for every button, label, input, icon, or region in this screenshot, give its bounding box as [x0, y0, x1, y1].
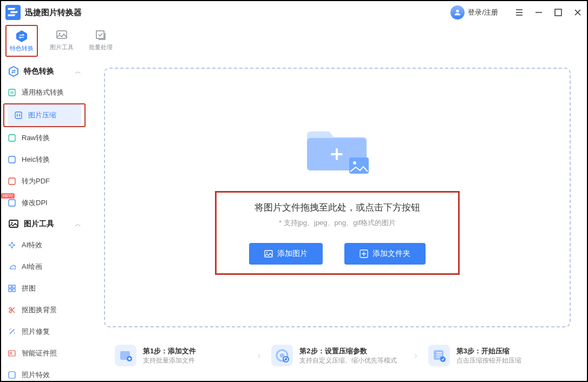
- svg-marker-6: [9, 67, 18, 76]
- avatar-icon: [450, 5, 465, 19]
- section-title: 图片工具: [24, 219, 75, 229]
- svg-rect-10: [9, 156, 15, 163]
- pdf-icon: [8, 177, 16, 186]
- section-featured-convert[interactable]: 特色转换 ︿: [1, 61, 88, 82]
- add-folder-button[interactable]: 添加文件夹: [344, 243, 426, 265]
- btn-label: 添加文件夹: [373, 249, 410, 259]
- sidebar: 特色转换 ︿ 通用格式转换 图片压缩 Raw转换 Heic转换 转为PDF NE…: [1, 57, 88, 382]
- svg-point-19: [9, 307, 11, 309]
- maximize-button[interactable]: [553, 8, 563, 17]
- svg-point-27: [266, 252, 267, 253]
- login-text: 登录/注册: [468, 8, 498, 17]
- step-title: 第3步：开始压缩: [456, 346, 521, 356]
- svg-rect-21: [9, 351, 15, 356]
- svg-rect-15: [9, 285, 11, 288]
- svg-rect-17: [9, 289, 11, 292]
- step-title: 第1步：添加文件: [143, 346, 196, 356]
- svg-point-22: [10, 352, 12, 354]
- titlebar: 迅捷图片转换器 登录/注册: [1, 1, 587, 24]
- raw-icon: [8, 134, 16, 142]
- item-label: AI绘画: [22, 262, 42, 272]
- sidebar-item-image-compress[interactable]: 图片压缩: [8, 104, 81, 126]
- action-box: 将图片文件拖拽至此处，或点击下方按钮 * 支持jpg、jpeg、png、gif格…: [215, 191, 460, 275]
- dpi-icon: [8, 199, 16, 207]
- item-label: AI特效: [22, 240, 42, 250]
- item-label: 智能证件照: [22, 348, 57, 358]
- section-title: 特色转换: [24, 67, 75, 76]
- svg-point-14: [11, 222, 13, 224]
- minimize-button[interactable]: [534, 8, 544, 17]
- svg-rect-26: [265, 251, 272, 257]
- tab-featured-convert[interactable]: 特色转换: [8, 27, 36, 55]
- item-label: 照片特效: [22, 370, 50, 380]
- image-tools-icon: [55, 28, 69, 42]
- add-image-button[interactable]: 添加图片: [249, 243, 323, 265]
- sidebar-item-raw-convert[interactable]: Raw转换: [1, 127, 88, 149]
- image-icon: [264, 249, 273, 258]
- sidebar-item-general-convert[interactable]: 通用格式转换: [1, 82, 88, 103]
- steps-bar: 第1步：添加文件 支持批量添加文件 › 第2步：设置压缩参数 支持自定义压缩、缩…: [104, 338, 571, 373]
- sidebar-item-photo-repair[interactable]: 照片修复: [1, 321, 88, 343]
- svg-marker-2: [16, 30, 27, 42]
- drop-zone[interactable]: 将图片文件拖拽至此处，或点击下方按钮 * 支持jpg、jpeg、png、gif格…: [104, 68, 571, 327]
- sidebar-item-ai-effects[interactable]: AI特效: [1, 234, 88, 256]
- folder-graphic-icon: [299, 121, 375, 180]
- item-label: 图片压缩: [28, 110, 56, 120]
- item-label: 修改DPI: [22, 198, 48, 208]
- svg-rect-7: [9, 89, 15, 96]
- svg-point-25: [353, 161, 356, 164]
- step-sub: 支持批量添加文件: [143, 356, 196, 365]
- sidebar-item-cutout-bg[interactable]: 抠图换背景: [1, 299, 88, 321]
- svg-point-20: [9, 311, 11, 313]
- menu-button[interactable]: [514, 8, 524, 17]
- sparkle-icon: [8, 241, 16, 249]
- step-sub: 点击压缩按钮开始压缩: [456, 356, 521, 365]
- chevron-right-icon: ›: [257, 350, 260, 361]
- sidebar-item-ai-paint[interactable]: AI绘画: [1, 256, 88, 278]
- svg-rect-18: [12, 289, 15, 292]
- chevron-right-icon: ›: [414, 350, 417, 361]
- chevron-up-icon: ︿: [75, 220, 81, 229]
- svg-rect-12: [9, 200, 15, 206]
- sidebar-item-to-pdf[interactable]: 转为PDF: [1, 170, 88, 192]
- sidebar-item-id-photo[interactable]: 智能证件照: [1, 343, 88, 364]
- svg-point-34: [285, 358, 287, 360]
- svg-rect-23: [9, 372, 15, 378]
- svg-rect-5: [96, 31, 104, 38]
- top-tabs: 特色转换 图片工具 批量处理: [1, 24, 587, 57]
- svg-rect-24: [349, 157, 369, 174]
- effects-icon: [8, 371, 16, 379]
- app-logo-icon: [5, 5, 21, 20]
- item-label: 照片修复: [22, 327, 50, 337]
- image-section-icon: [8, 218, 19, 230]
- content-area: 将图片文件拖拽至此处，或点击下方按钮 * 支持jpg、jpeg、png、gif格…: [88, 57, 587, 382]
- cloud-icon: [8, 262, 16, 271]
- scissors-icon: [8, 306, 16, 314]
- item-label: 转为PDF: [22, 176, 50, 186]
- tab-image-tools[interactable]: 图片工具: [48, 26, 76, 54]
- wand-icon: [8, 327, 16, 336]
- item-label: Heic转换: [22, 155, 50, 164]
- tab-label: 特色转换: [10, 44, 34, 52]
- tab-label: 图片工具: [50, 43, 74, 51]
- section-image-tools[interactable]: 图片工具 ︿: [1, 214, 88, 234]
- close-button[interactable]: [573, 8, 583, 17]
- chevron-up-icon: ︿: [75, 67, 81, 76]
- tab-batch-process[interactable]: 批量处理: [87, 26, 115, 54]
- item-label: 拼图: [22, 284, 36, 293]
- add-file-icon: [115, 345, 136, 366]
- step-3: 第3步：开始压缩 点击压缩按钮开始压缩: [428, 345, 560, 366]
- grid-icon: [8, 284, 16, 293]
- svg-point-0: [456, 10, 459, 12]
- step-title: 第2步：设置压缩参数: [299, 346, 397, 356]
- login-register-button[interactable]: 登录/注册: [450, 5, 498, 19]
- item-label: 抠图换背景: [22, 305, 57, 315]
- sidebar-item-photo-effects[interactable]: 照片特效: [1, 364, 88, 382]
- svg-rect-8: [15, 112, 22, 118]
- featured-convert-icon: [15, 29, 29, 43]
- sidebar-item-heic-convert[interactable]: Heic转换: [1, 149, 88, 170]
- sidebar-item-modify-dpi[interactable]: 修改DPI: [1, 192, 88, 214]
- svg-rect-9: [9, 135, 15, 141]
- sidebar-item-collage[interactable]: 拼图: [1, 278, 88, 299]
- tab-label: 批量处理: [89, 43, 113, 51]
